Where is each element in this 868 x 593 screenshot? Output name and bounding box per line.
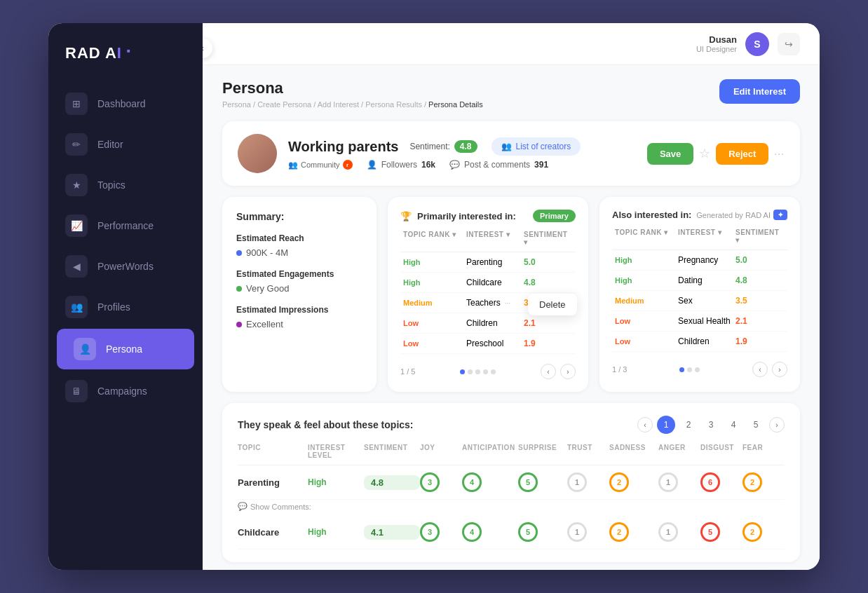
table-row: Parenting High 4.8 3 4 5 1 2 1 6 2 💬 xyxy=(238,465,785,511)
profile-avatar xyxy=(238,134,277,173)
table-row: High Childcare 4.8 xyxy=(400,273,576,293)
content-area: Persona Persona / Create Persona / Add I… xyxy=(203,65,820,570)
header: Dusan UI Designer S ↪ xyxy=(203,23,820,65)
sentiment-label: Sentiment: xyxy=(409,142,449,151)
page-4[interactable]: 4 xyxy=(724,416,742,434)
fear-indicator: 2 xyxy=(742,522,762,542)
table-row: Childcare High 4.1 3 4 5 1 2 1 5 2 xyxy=(238,515,785,550)
table-row: Low Sexual Health 2.1 xyxy=(612,311,787,332)
edit-interest-button[interactable]: Edit Interest xyxy=(719,79,800,104)
table-row: Low Children 1.9 xyxy=(612,332,787,352)
nav-arrows: ‹ › xyxy=(541,364,576,379)
page-title-section: Persona Persona / Create Persona / Add I… xyxy=(222,79,483,109)
anticipation-indicator: 4 xyxy=(462,522,482,542)
sidebar-item-label: Profiles xyxy=(97,301,130,313)
reach-value: 900K - 4M xyxy=(236,247,362,258)
post-comments-value: 391 xyxy=(534,160,548,170)
table-row: High Pregnancy 5.0 xyxy=(612,250,787,271)
anger-indicator: 1 xyxy=(658,472,678,492)
also-prev-arrow[interactable]: ‹ xyxy=(752,362,768,377)
comments-icon-small: 💬 xyxy=(238,502,247,511)
primary-badge: Primary xyxy=(533,210,576,222)
rad-ai-badge: ✦ xyxy=(773,210,787,220)
prev-arrow[interactable]: ‹ xyxy=(541,364,556,379)
table-row: High Dating 4.8 xyxy=(612,271,787,291)
page-3[interactable]: 3 xyxy=(702,416,720,434)
followers-stat: 👤 Followers 16k xyxy=(367,160,435,170)
sidebar-item-label: Dashboard xyxy=(97,98,146,109)
anticipation-indicator: 4 xyxy=(462,472,482,492)
user-role: UI Designer xyxy=(696,45,737,53)
favorite-icon[interactable]: ☆ xyxy=(699,146,710,161)
speak-prev-arrow[interactable]: ‹ xyxy=(637,417,653,432)
community-stat: 👥 Community r xyxy=(288,160,353,170)
sidebar-item-editor[interactable]: ✏ Editor xyxy=(48,124,203,165)
community-icon: 👥 xyxy=(288,161,298,170)
table-row: Low Preschool 1.9 xyxy=(400,334,576,354)
performance-icon: 📈 xyxy=(65,214,88,237)
sidebar-item-label: Persona xyxy=(106,343,142,355)
campaigns-icon: 🖥 xyxy=(65,380,88,402)
more-options-icon[interactable]: ··· xyxy=(774,148,785,159)
speak-next-arrow[interactable]: › xyxy=(769,417,785,432)
also-nav-arrows: ‹ › xyxy=(752,362,787,377)
also-next-arrow[interactable]: › xyxy=(772,362,787,377)
editor-icon: ✏ xyxy=(65,133,88,156)
also-page-indicator: 1 / 3 xyxy=(612,365,627,374)
reject-button[interactable]: Reject xyxy=(716,143,768,165)
page-2[interactable]: 2 xyxy=(679,416,698,434)
generated-badge: Generated by RAD AI ✦ xyxy=(696,210,787,220)
page-1[interactable]: 1 xyxy=(657,416,675,434)
logout-button[interactable]: ↪ xyxy=(778,33,800,55)
next-arrow[interactable]: › xyxy=(560,364,576,379)
also-card-header: Also interested in: Generated by RAD AI … xyxy=(612,210,787,220)
sidebar-item-persona[interactable]: 👤 Persona xyxy=(57,329,194,369)
speak-pagination: ‹ 1 2 3 4 5 › xyxy=(637,416,785,434)
also-table-header: TOPIC RANK ▾ INTEREST ▾ SENTIMENT ▾ xyxy=(612,229,787,250)
surprise-indicator: 5 xyxy=(518,472,538,492)
avatar[interactable]: S xyxy=(745,32,769,56)
engagements-dot xyxy=(236,286,242,292)
sidebar-item-campaigns[interactable]: 🖥 Campaigns xyxy=(48,371,203,411)
breadcrumb-active: Persona Details xyxy=(428,100,483,109)
impressions-dot xyxy=(236,322,242,327)
sidebar-item-performance[interactable]: 📈 Performance xyxy=(48,205,203,246)
profile-stats: 👥 Community r 👤 Followers 16k 💬 Post & c… xyxy=(288,160,636,170)
disgust-indicator: 6 xyxy=(700,472,720,492)
primary-table-header: TOPIC RANK ▾ INTEREST ▾ SENTIMENT ▾ xyxy=(400,231,576,252)
anger-indicator: 1 xyxy=(658,522,678,542)
sidebar: RAD AI ■ ⊞ Dashboard ✏ Editor ★ Topics 📈… xyxy=(48,23,203,570)
sidebar-item-label: Editor xyxy=(97,139,123,150)
save-button[interactable]: Save xyxy=(647,143,693,165)
speak-header: They speak & feel about these topics: ‹ … xyxy=(238,416,785,434)
creators-icon: 👥 xyxy=(501,142,512,151)
fear-indicator: 2 xyxy=(742,472,762,492)
topics-col-header: TOPIC INTEREST LEVEL SENTIMENT JOY ANTIC… xyxy=(238,444,785,465)
profile-card: Working parents Sentiment: 4.8 👥 List of… xyxy=(222,121,800,186)
user-menu: Dusan UI Designer S ↪ xyxy=(696,32,800,56)
community-label-text: Community xyxy=(301,161,340,169)
reach-item: Estimated Reach 900K - 4M xyxy=(236,233,362,258)
primary-interests-card: 🏆 Primarily interested in: Primary TOPIC… xyxy=(388,197,588,392)
profile-actions: Save ☆ Reject ··· xyxy=(647,143,785,165)
sidebar-item-powerwords[interactable]: ◀ PowerWords xyxy=(48,246,203,287)
also-pagination-dots xyxy=(679,367,700,372)
sadness-indicator: 2 xyxy=(609,522,629,542)
profile-name: Working parents xyxy=(288,139,398,155)
delete-tooltip[interactable]: Delete xyxy=(528,294,577,315)
joy-indicator: 3 xyxy=(420,472,440,492)
pagination-dots xyxy=(460,369,496,374)
trust-indicator: 1 xyxy=(567,472,587,492)
reach-dot xyxy=(236,250,242,256)
sidebar-item-dashboard[interactable]: ⊞ Dashboard xyxy=(48,83,203,124)
trophy-icon: 🏆 xyxy=(400,211,412,221)
sidebar-item-profiles[interactable]: 👥 Profiles xyxy=(48,287,203,327)
sidebar-item-label: Campaigns xyxy=(97,386,147,397)
sidebar-item-topics[interactable]: ★ Topics xyxy=(48,165,203,205)
impressions-value: Excellent xyxy=(236,319,362,329)
surprise-indicator: 5 xyxy=(518,522,538,542)
primary-card-footer: 1 / 5 ‹ › xyxy=(400,357,576,379)
creators-button[interactable]: 👥 List of creators xyxy=(491,137,581,156)
page-5[interactable]: 5 xyxy=(747,416,765,434)
show-comments[interactable]: 💬 Show Comments: xyxy=(238,502,785,511)
